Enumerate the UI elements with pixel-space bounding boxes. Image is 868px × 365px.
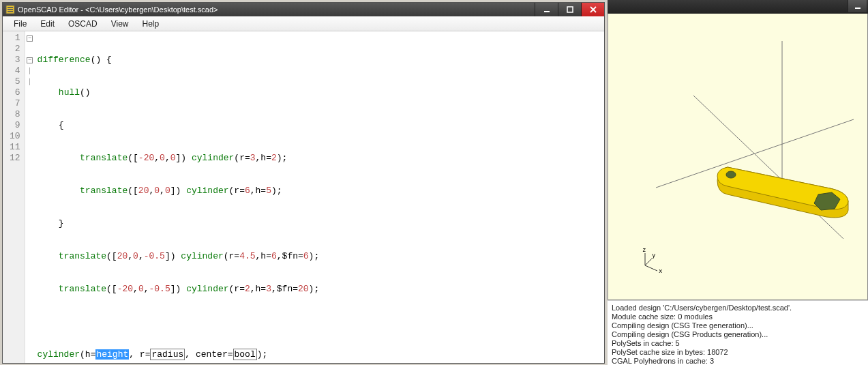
svg-text:y: y [652,252,656,259]
menu-help[interactable]: Help [136,17,166,31]
line-gutter: 123456789101112 [3,31,25,363]
svg-text:z: z [642,246,646,253]
viewer-titlebar[interactable] [608,0,868,14]
editor-titlebar[interactable]: OpenSCAD Editor - <C:\Users\cybergen\Des… [3,3,604,16]
placeholder-bool: bool [233,349,257,360]
svg-rect-4 [544,11,550,12]
console-line: Module cache size: 0 modules [612,312,864,321]
console-line: PolySets in cache: 5 [612,339,864,348]
placeholder-radius: radius [150,349,185,360]
svg-text:x: x [659,267,663,274]
svg-line-15 [645,259,652,265]
menubar: File Edit OSCAD View Help [3,16,604,31]
viewer-minimize-button[interactable] [848,0,867,12]
menu-edit[interactable]: Edit [33,17,61,31]
maximize-button[interactable] [558,3,581,16]
menu-view[interactable]: View [104,17,136,31]
selected-placeholder: height [95,349,129,360]
window-title: OpenSCAD Editor - <C:\Users\cybergen\Des… [18,5,218,14]
axis-indicator: z x y [637,250,664,279]
svg-rect-2 [8,9,13,10]
svg-rect-1 [8,7,13,8]
code-text[interactable]: difference() { hull() { translate([-20,0… [35,31,323,363]
viewer-window-controls [848,0,867,14]
window-controls [535,3,604,16]
menu-oscad[interactable]: OSCAD [61,17,104,31]
fold-icon[interactable]: − [25,33,35,44]
console-line: Compiling design (CSG Products generatio… [612,330,864,339]
editor-window: OpenSCAD Editor - <C:\Users\cybergen\Des… [2,2,605,364]
svg-point-12 [726,171,736,178]
minimize-button[interactable] [535,3,558,16]
viewer-3d-canvas[interactable]: z x y [608,14,868,300]
svg-rect-3 [8,11,13,12]
console-line: CGAL Polyhedrons in cache: 3 [612,357,864,365]
fold-gutter: − − ││ [25,31,35,363]
console-line: PolySet cache size in bytes: 18072 [612,348,864,357]
fold-icon[interactable]: − [25,55,35,65]
close-button[interactable] [581,3,604,16]
console-line: Loaded design 'C:/Users/cybergen/Desktop… [612,304,864,312]
menu-file[interactable]: File [7,17,33,31]
svg-line-14 [645,265,657,271]
console-output[interactable]: Loaded design 'C:/Users/cybergen/Desktop… [608,300,868,365]
console-line: Compiling design (CSG Tree generation)..… [612,321,864,330]
svg-rect-5 [567,7,573,12]
viewer-window: z x y Loaded design 'C:/Users/cybergen/D… [608,0,868,365]
app-icon [5,5,15,14]
code-editor[interactable]: 123456789101112 − − ││ difference() { hu… [3,31,604,363]
svg-rect-8 [855,8,860,9]
